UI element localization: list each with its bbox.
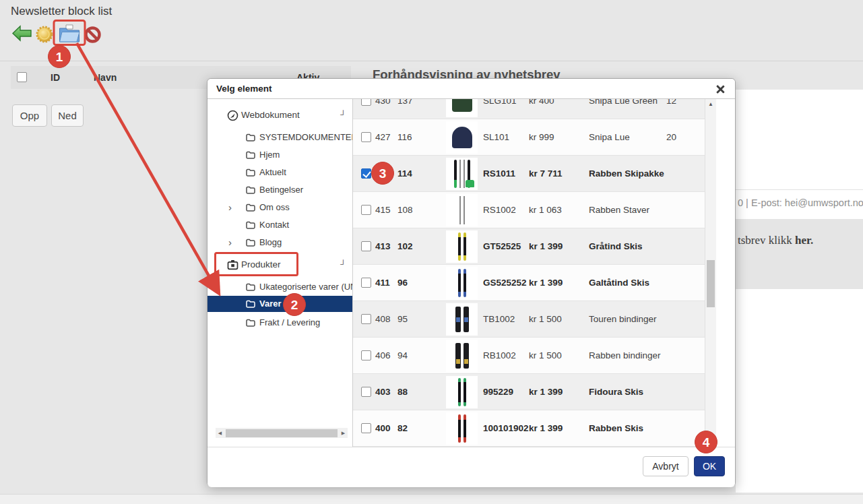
product-image bbox=[446, 230, 478, 263]
tree-item-om-oss[interactable]: › Om oss bbox=[207, 199, 352, 216]
tree-item-kontakt[interactable]: Kontakt bbox=[207, 217, 352, 233]
tree-item-label: Om oss bbox=[259, 199, 290, 216]
product-name: Fidoura Skis bbox=[589, 374, 643, 410]
step-badge-1 bbox=[49, 46, 71, 68]
tree-item-webdokument[interactable]: Webdokument ┘ bbox=[207, 107, 352, 123]
preview-contact-text: 0 | E-post: hei@umwsport.no bbox=[738, 197, 863, 208]
product-qty: 12 bbox=[666, 99, 676, 119]
select-all-checkbox[interactable] bbox=[17, 72, 27, 82]
product-price: kr 1 399 bbox=[529, 374, 563, 410]
product-name: Galtåtind Skis bbox=[589, 265, 649, 301]
product-sku: SLG101 bbox=[483, 99, 517, 119]
back-arrow-icon[interactable] bbox=[11, 24, 32, 45]
close-icon[interactable] bbox=[715, 84, 725, 94]
move-down-button[interactable]: Ned bbox=[51, 104, 84, 127]
table-row[interactable]: 427 116 SL101 kr 999 Snipa Lue 20 bbox=[353, 119, 705, 156]
table-row[interactable]: 430 137 SLG101 kr 400 Snipa Lue Green 12 bbox=[353, 99, 705, 119]
row-checkbox[interactable] bbox=[361, 314, 371, 324]
gold-seal-icon[interactable] bbox=[35, 25, 54, 46]
scrollbar-thumb[interactable] bbox=[707, 260, 715, 307]
product-image bbox=[446, 267, 478, 299]
tree-item-label: Produkter bbox=[241, 257, 281, 273]
table-row[interactable]: 400 82 100101902 kr 1 399 Rabben Skis bbox=[353, 410, 705, 447]
product-list: 430 137 SLG101 kr 400 Snipa Lue Green 12… bbox=[353, 99, 735, 447]
tree-item-hjem[interactable]: Hjem bbox=[207, 147, 352, 163]
here-link[interactable]: her. bbox=[795, 234, 813, 247]
tree-item-label: Betingelser bbox=[259, 182, 303, 198]
product-image bbox=[446, 412, 478, 445]
row-checkbox[interactable] bbox=[361, 132, 371, 142]
row-id: 415 bbox=[375, 192, 391, 228]
scroll-right-icon[interactable]: ▶ bbox=[339, 428, 348, 438]
scroll-up-icon[interactable]: ▲ bbox=[705, 101, 716, 107]
tree-item-systemdokumenter[interactable]: SYSTEMDOKUMENTER bbox=[207, 129, 352, 146]
move-up-button[interactable]: Opp bbox=[12, 104, 47, 127]
tree-item-blogg[interactable]: › Blogg bbox=[207, 234, 352, 251]
block-icon[interactable] bbox=[84, 26, 102, 46]
product-id: 95 bbox=[397, 301, 408, 337]
product-sku: RS1002 bbox=[483, 192, 516, 228]
scrollbar-thumb[interactable] bbox=[226, 429, 338, 437]
tree-item-ukategoriserte-varer[interactable]: Ukategoriserte varer (UNI V3 bbox=[207, 279, 352, 295]
tree-item-produkter[interactable]: Produkter ┘ bbox=[207, 257, 352, 273]
step-number: 1 bbox=[56, 50, 63, 64]
row-checkbox[interactable] bbox=[361, 205, 371, 215]
tree-item-betingelser[interactable]: Betingelser bbox=[207, 182, 352, 198]
ok-button[interactable]: OK bbox=[694, 456, 725, 476]
folder-icon bbox=[246, 133, 255, 144]
folder-icon bbox=[246, 319, 255, 329]
cancel-button[interactable]: Avbryt bbox=[643, 456, 689, 476]
table-row[interactable]: 413 102 GT52525 kr 1 399 Gråtind Skis bbox=[353, 228, 705, 265]
scroll-left-icon[interactable]: ◀ bbox=[216, 428, 224, 438]
row-checkbox[interactable] bbox=[361, 168, 371, 179]
product-sku: RB1002 bbox=[483, 338, 516, 373]
products-icon bbox=[227, 259, 238, 272]
product-sku: GT52525 bbox=[483, 228, 521, 264]
row-checkbox[interactable] bbox=[361, 423, 371, 433]
preview-divider bbox=[736, 189, 863, 190]
column-name: Navn bbox=[94, 66, 117, 89]
row-id: 413 bbox=[375, 228, 391, 264]
table-row[interactable]: 408 95 TB1002 kr 1 500 Touren bindinger bbox=[353, 301, 705, 338]
tree-item-varer[interactable]: Varer bbox=[207, 296, 352, 312]
expand-chevron-icon[interactable]: › bbox=[228, 199, 232, 216]
product-id: 114 bbox=[397, 156, 412, 191]
row-checkbox[interactable] bbox=[361, 241, 371, 251]
product-price: kr 1 063 bbox=[529, 192, 562, 228]
folder-icon bbox=[246, 168, 255, 179]
tree-item-aktuelt[interactable]: Aktuelt bbox=[207, 164, 352, 181]
preview-link-text: tsbrev klikk her. bbox=[738, 234, 813, 247]
row-id: 400 bbox=[375, 410, 391, 446]
tree-item-label: Ukategoriserte varer (UNI V3 bbox=[259, 279, 353, 295]
row-id: 408 bbox=[375, 301, 391, 337]
product-vertical-scrollbar[interactable]: ▲ bbox=[705, 99, 716, 447]
row-checkbox[interactable] bbox=[361, 99, 371, 106]
product-sku: RS1011 bbox=[483, 156, 515, 191]
product-image bbox=[446, 121, 478, 154]
product-name: Rabben Skipakke bbox=[589, 156, 664, 191]
product-sku: 995229 bbox=[483, 374, 513, 410]
select-element-dialog: Velg element Webdokument ┘ SYSTEMDOKUMEN… bbox=[207, 78, 736, 486]
header-divider bbox=[0, 61, 863, 61]
tree-item-label: Hjem bbox=[259, 147, 280, 163]
tree-horizontal-scrollbar[interactable]: ◀ ▶ bbox=[216, 428, 348, 438]
preview-gray-block bbox=[736, 219, 863, 289]
open-folder-icon[interactable] bbox=[57, 23, 82, 47]
product-price: kr 1 399 bbox=[529, 410, 563, 446]
row-id: 411 bbox=[375, 265, 390, 301]
product-price: kr 1 399 bbox=[529, 265, 563, 301]
table-row[interactable]: 403 88 995229 kr 1 399 Fidoura Skis bbox=[353, 374, 705, 410]
table-row[interactable]: 415 108 RS1002 kr 1 063 Rabben Staver bbox=[353, 192, 705, 228]
table-row[interactable]: 411 96 GS525252 kr 1 399 Galtåtind Skis bbox=[353, 265, 705, 301]
tree-item-frakt-levering[interactable]: Frakt / Levering bbox=[207, 315, 352, 331]
row-checkbox[interactable] bbox=[361, 387, 371, 397]
row-checkbox[interactable] bbox=[361, 350, 371, 360]
tree-item-label: Webdokument bbox=[241, 107, 300, 123]
product-id: 82 bbox=[397, 410, 408, 446]
folder-icon bbox=[246, 300, 255, 310]
table-row[interactable]: 406 94 RB1002 kr 1 500 Rabben bindinger bbox=[353, 338, 705, 374]
row-checkbox[interactable] bbox=[361, 278, 371, 288]
table-row-selected[interactable]: 114 RS1011 kr 7 711 Rabben Skipakke bbox=[353, 156, 705, 192]
expand-chevron-icon[interactable]: › bbox=[228, 234, 232, 251]
webdocument-icon bbox=[227, 110, 238, 123]
